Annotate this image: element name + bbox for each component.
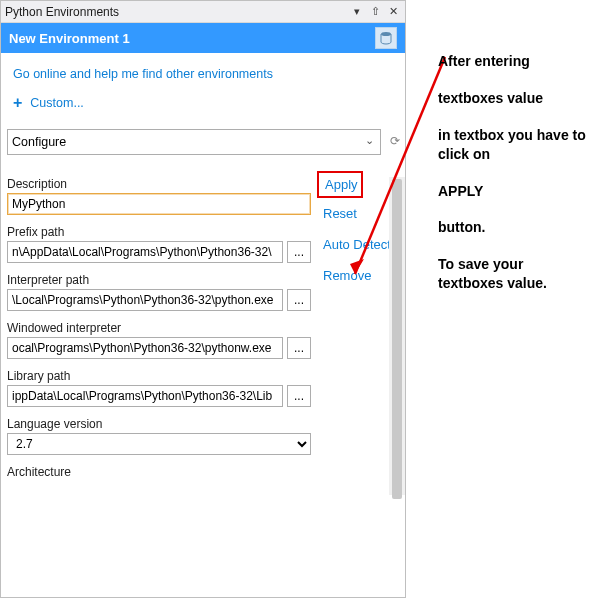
scroll-thumb[interactable] bbox=[392, 179, 402, 499]
pin-icon[interactable]: ⇧ bbox=[367, 4, 383, 20]
library-browse-button[interactable]: ... bbox=[287, 385, 311, 407]
refresh-icon[interactable]: ⟳ bbox=[385, 129, 405, 153]
architecture-label: Architecture bbox=[7, 465, 311, 479]
mode-select[interactable]: Configure bbox=[8, 130, 380, 154]
library-label: Library path bbox=[7, 369, 311, 383]
windowed-input[interactable] bbox=[7, 337, 283, 359]
window-title: Python Environments bbox=[5, 5, 347, 19]
mode-dropdown[interactable]: Configure ⌄ bbox=[7, 129, 381, 155]
apply-button[interactable]: Apply bbox=[317, 171, 363, 198]
database-icon[interactable] bbox=[375, 27, 397, 49]
reset-button[interactable]: Reset bbox=[323, 206, 399, 221]
language-label: Language version bbox=[7, 417, 311, 431]
windowed-browse-button[interactable]: ... bbox=[287, 337, 311, 359]
custom-link[interactable]: + Custom... bbox=[1, 91, 405, 129]
prefix-label: Prefix path bbox=[7, 225, 311, 239]
windowed-label: Windowed interpreter bbox=[7, 321, 311, 335]
svg-point-0 bbox=[381, 32, 391, 36]
plus-icon: + bbox=[13, 95, 22, 111]
prefix-browse-button[interactable]: ... bbox=[287, 241, 311, 263]
dropdown-icon[interactable]: ▾ bbox=[349, 4, 365, 20]
auto-detect-button[interactable]: Auto Detect bbox=[323, 237, 399, 252]
scrollbar[interactable] bbox=[389, 177, 405, 495]
remove-button[interactable]: Remove bbox=[323, 268, 399, 283]
custom-link-label: Custom... bbox=[30, 96, 84, 110]
library-input[interactable] bbox=[7, 385, 283, 407]
online-help-link[interactable]: Go online and help me find other environ… bbox=[1, 53, 405, 91]
language-select[interactable]: 2.7 bbox=[7, 433, 311, 455]
interpreter-input[interactable] bbox=[7, 289, 283, 311]
interpreter-browse-button[interactable]: ... bbox=[287, 289, 311, 311]
description-label: Description bbox=[7, 177, 311, 191]
interpreter-label: Interpreter path bbox=[7, 273, 311, 287]
environment-name: New Environment 1 bbox=[9, 31, 375, 46]
annotation-text: After entering textboxes value in textbo… bbox=[438, 52, 589, 311]
description-input[interactable] bbox=[7, 193, 311, 215]
close-icon[interactable]: ✕ bbox=[385, 4, 401, 20]
prefix-input[interactable] bbox=[7, 241, 283, 263]
